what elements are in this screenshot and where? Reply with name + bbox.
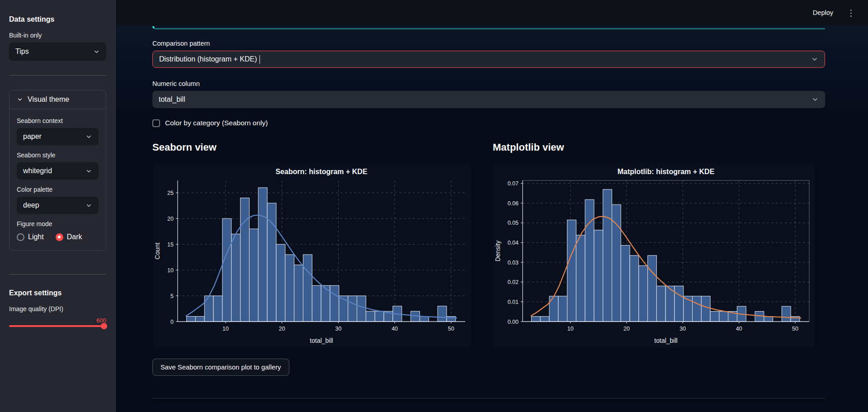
radio-selected-icon — [56, 233, 63, 241]
chevron-down-icon — [811, 96, 819, 103]
radio-dark-label: Dark — [67, 233, 82, 241]
figure-mode-radio-group: Light Dark — [17, 233, 99, 241]
svg-text:Matplotlib: histogram + KDE: Matplotlib: histogram + KDE — [618, 168, 715, 175]
radio-light-label: Light — [28, 233, 44, 241]
svg-text:20: 20 — [623, 326, 630, 332]
svg-text:20: 20 — [279, 326, 285, 332]
svg-text:0.02: 0.02 — [508, 279, 519, 285]
svg-text:15: 15 — [167, 242, 174, 248]
svg-text:0.01: 0.01 — [508, 299, 519, 305]
seaborn-chart: 05101520251020304050total_billCountSeabo… — [152, 163, 471, 348]
matplotlib-view-heading: Matplotlib view — [493, 142, 815, 153]
svg-text:30: 30 — [335, 326, 341, 332]
radio-light[interactable]: Light — [17, 233, 44, 241]
chevron-down-icon — [85, 168, 92, 175]
numeric-column-value: total_bill — [159, 95, 185, 104]
main-area: Comparison pattern Distribution (histogr… — [116, 25, 868, 412]
figure-mode-label: Figure mode — [17, 220, 99, 227]
dpi-slider-thumb[interactable] — [101, 323, 107, 329]
dataset-select-value: Tips — [15, 47, 29, 56]
radio-unselected-icon — [17, 233, 24, 241]
dpi-label: Image quality (DPI) — [9, 305, 106, 313]
dpi-slider-track[interactable] — [9, 325, 106, 327]
svg-text:5: 5 — [170, 293, 174, 299]
visual-theme-expander-body: Seaborn context paper Seaborn style whit… — [9, 109, 106, 250]
svg-text:0: 0 — [170, 319, 174, 325]
chevron-down-icon — [85, 202, 92, 209]
seaborn-style-select[interactable]: whitegrid — [17, 162, 99, 180]
visual-theme-expander: Visual theme Seaborn context paper Seabo… — [9, 90, 106, 251]
data-settings-title: Data settings — [9, 15, 106, 24]
comparison-pattern-select[interactable]: Distribution (histogram + KDE) — [152, 51, 825, 68]
seaborn-context-value: paper — [23, 133, 42, 141]
svg-text:40: 40 — [736, 326, 742, 332]
matplotlib-column: Matplotlib view 0.000.010.020.030.040.05… — [493, 142, 815, 348]
svg-text:10: 10 — [567, 326, 574, 332]
radio-dark[interactable]: Dark — [56, 233, 82, 241]
color-palette-label: Color palette — [17, 186, 99, 193]
svg-text:Count: Count — [154, 242, 161, 259]
svg-text:0.04: 0.04 — [508, 240, 519, 246]
seaborn-view-heading: Seaborn view — [152, 142, 471, 153]
svg-text:0.06: 0.06 — [508, 200, 519, 207]
text-cursor — [259, 55, 260, 64]
svg-text:Seaborn: histogram + KDE: Seaborn: histogram + KDE — [275, 168, 367, 175]
sidebar-divider — [9, 274, 106, 275]
svg-text:total_bill: total_bill — [654, 337, 677, 344]
visual-theme-title: Visual theme — [28, 95, 69, 104]
dpi-slider: 600 — [9, 317, 106, 327]
deploy-button[interactable]: Deploy — [808, 6, 838, 19]
save-to-gallery-button[interactable]: Save Seaborn comparison plot to gallery — [152, 359, 289, 376]
svg-text:20: 20 — [167, 216, 174, 222]
seaborn-style-label: Seaborn style — [17, 152, 99, 159]
seaborn-style-value: whitegrid — [23, 167, 52, 175]
svg-text:total_bill: total_bill — [310, 337, 333, 344]
comparison-pattern-value: Distribution (histogram + KDE) — [159, 55, 257, 63]
seaborn-context-select[interactable]: paper — [17, 128, 99, 145]
app-window: Data settings Built-in only Tips Visual … — [0, 0, 868, 412]
color-palette-value: deep — [23, 201, 39, 209]
svg-text:0.00: 0.00 — [508, 319, 519, 325]
chevron-down-icon — [17, 96, 23, 103]
svg-text:30: 30 — [679, 326, 686, 332]
sidebar: Data settings Built-in only Tips Visual … — [0, 0, 116, 412]
svg-text:50: 50 — [448, 326, 454, 332]
main-content: Comparison pattern Distribution (histogr… — [116, 26, 868, 398]
chevron-down-icon — [93, 48, 100, 55]
color-palette-select[interactable]: deep — [17, 197, 99, 214]
svg-text:40: 40 — [392, 326, 398, 332]
chart-columns: Seaborn view 05101520251020304050total_b… — [152, 142, 825, 348]
svg-text:0.03: 0.03 — [508, 260, 519, 266]
color-by-category-label: Color by category (Seaborn only) — [165, 119, 268, 127]
svg-text:Density: Density — [494, 241, 501, 262]
matplotlib-chart: 0.000.010.020.030.040.050.060.0710203040… — [493, 163, 815, 348]
svg-text:50: 50 — [792, 326, 798, 332]
scrolled-widget-bottom-edge — [152, 26, 825, 29]
seaborn-column: Seaborn view 05101520251020304050total_b… — [152, 142, 471, 348]
seaborn-context-label: Seaborn context — [17, 117, 99, 124]
kebab-menu-icon[interactable]: ⋮ — [847, 9, 855, 17]
numeric-column-label: Numeric column — [152, 80, 825, 87]
top-header: Deploy ⋮ — [116, 0, 868, 25]
numeric-column-select[interactable]: total_bill — [152, 91, 825, 108]
chevron-down-icon — [85, 133, 92, 140]
content-divider — [152, 398, 825, 398]
svg-text:25: 25 — [167, 190, 174, 196]
builtin-only-label: Built-in only — [9, 32, 106, 39]
dataset-select[interactable]: Tips — [9, 43, 106, 61]
color-by-category-checkbox[interactable]: Color by category (Seaborn only) — [152, 119, 825, 127]
svg-text:10: 10 — [167, 267, 174, 274]
chevron-down-icon — [811, 56, 818, 63]
comparison-pattern-label: Comparison pattern — [152, 40, 825, 47]
visual-theme-expander-header[interactable]: Visual theme — [9, 90, 106, 109]
svg-text:0.05: 0.05 — [508, 220, 519, 226]
checkbox-unchecked-icon — [152, 119, 160, 127]
svg-text:10: 10 — [222, 326, 229, 332]
sidebar-divider — [9, 75, 106, 76]
export-settings-title: Export settings — [9, 289, 106, 297]
svg-text:0.07: 0.07 — [508, 180, 519, 187]
